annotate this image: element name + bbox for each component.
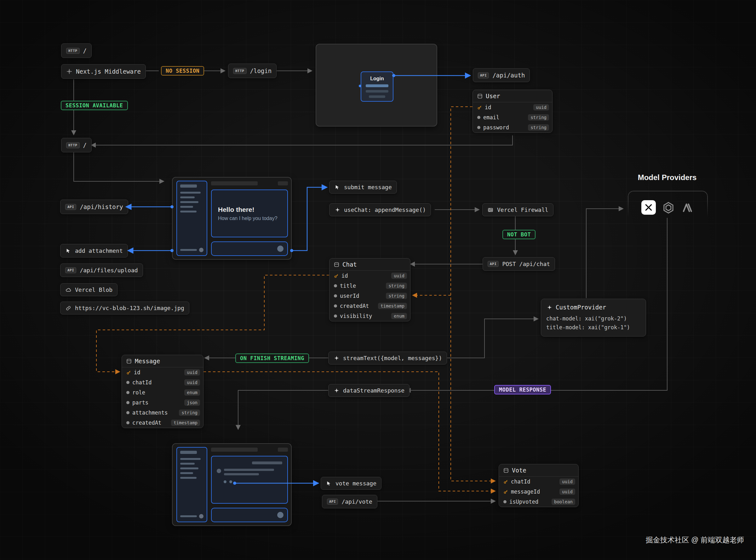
blue-connection-lines bbox=[0, 0, 756, 560]
architecture-diagram-canvas: { "watermark": "掘金技术社区 @ 前端双越老师", "icons… bbox=[0, 0, 756, 560]
